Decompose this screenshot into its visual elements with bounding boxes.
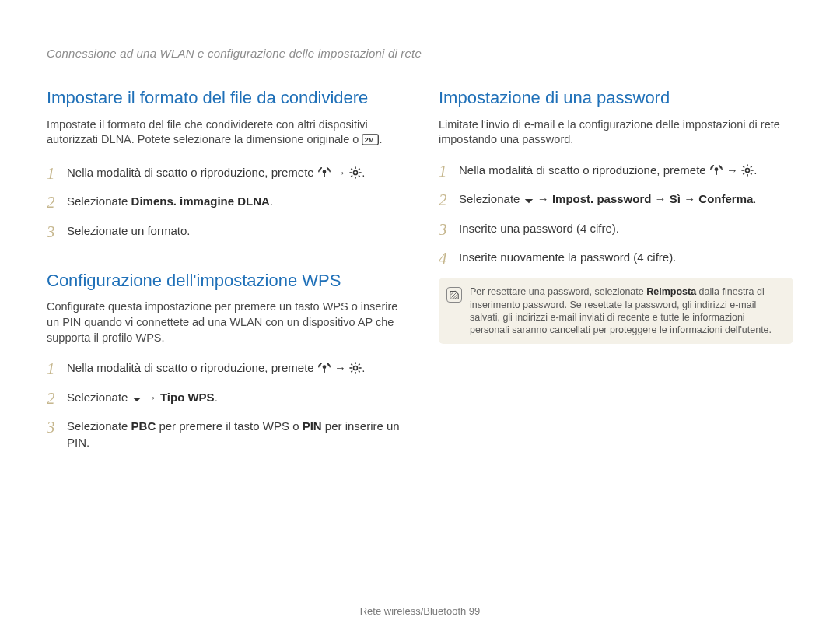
step-text: Inserite una password (4 cifre). bbox=[459, 220, 793, 241]
option-label: PIN bbox=[303, 419, 322, 433]
step-number: 3 bbox=[439, 219, 459, 241]
menu-label: Tipo WPS bbox=[160, 391, 215, 404]
note-icon bbox=[446, 287, 462, 303]
step-number: 2 bbox=[47, 191, 67, 214]
text: Selezionate bbox=[459, 192, 523, 205]
text: . bbox=[362, 166, 365, 179]
page: Connessione ad una WLAN e configurazione… bbox=[0, 0, 840, 634]
chevron-down-icon bbox=[131, 391, 142, 408]
step: 1 Nella modalità di scatto o riproduzion… bbox=[47, 164, 401, 185]
chevron-down-icon bbox=[523, 193, 534, 209]
step-text: Nella modalità di scatto o riproduzione,… bbox=[67, 164, 401, 185]
text: Selezionate bbox=[67, 194, 131, 208]
wifi-icon bbox=[317, 362, 331, 378]
step: 3 Selezionate un formato. bbox=[47, 222, 401, 243]
section-wps: Configurazione dell'impostazione WPS Con… bbox=[47, 270, 401, 450]
text: Nella modalità di scatto o riproduzione,… bbox=[67, 166, 317, 179]
menu-label: Impost. password bbox=[552, 192, 652, 205]
arrow-text: → bbox=[334, 361, 349, 374]
text: Nella modalità di scatto o riproduzione,… bbox=[67, 361, 317, 374]
step-text: Inserite nuovamente la password (4 cifre… bbox=[459, 249, 793, 270]
page-number: 99 bbox=[466, 605, 480, 617]
text: Impostate il formato del file che condiv… bbox=[47, 118, 368, 146]
section-title: Configurazione dell'impostazione WPS bbox=[47, 270, 401, 292]
step: 1 Nella modalità di scatto o riproduzion… bbox=[439, 162, 793, 183]
text: . bbox=[754, 163, 757, 177]
text: . bbox=[362, 361, 365, 374]
step-number: 1 bbox=[47, 358, 67, 380]
text: . bbox=[270, 194, 273, 208]
arrow-text: → bbox=[145, 391, 160, 404]
step-text: Selezionate PBC per premere il tasto WPS… bbox=[67, 418, 401, 450]
menu-label: Reimposta bbox=[646, 286, 696, 297]
wifi-icon bbox=[317, 166, 331, 183]
text: . bbox=[753, 192, 756, 205]
text: per premere il tasto WPS o bbox=[156, 419, 302, 433]
step-number: 3 bbox=[47, 221, 67, 243]
text: . bbox=[379, 133, 382, 145]
note-box: Per resettare una password, selezionate … bbox=[439, 278, 793, 344]
step: 4 Inserite nuovamente la password (4 cif… bbox=[439, 249, 793, 270]
left-column: Impostare il formato del file da condivi… bbox=[47, 87, 401, 477]
step: 2 Selezionate → Impost. password → Sì → … bbox=[439, 191, 793, 212]
breadcrumb: Connessione ad una WLAN e configurazione… bbox=[47, 47, 793, 65]
right-column: Impostazione di una password Limitate l'… bbox=[439, 87, 793, 477]
note-text: Per resettare una password, selezionate … bbox=[470, 285, 784, 336]
gear-icon bbox=[741, 164, 754, 180]
step-text: Selezionate → Tipo WPS. bbox=[67, 389, 401, 410]
section-intro: Impostate il formato del file che condiv… bbox=[47, 117, 401, 150]
step: 2 Selezionate Dimens. immagine DLNA. bbox=[47, 193, 401, 214]
section-file-format: Impostare il formato del file da condivi… bbox=[47, 87, 401, 243]
menu-label: Sì bbox=[670, 192, 681, 205]
section-title: Impostazione di una password bbox=[439, 87, 793, 110]
steps-list: 1 Nella modalità di scatto o riproduzion… bbox=[47, 359, 401, 450]
step-text: Nella modalità di scatto o riproduzione,… bbox=[67, 359, 401, 380]
steps-list: 1 Nella modalità di scatto o riproduzion… bbox=[47, 164, 401, 243]
page-footer: Rete wireless/Bluetooth 99 bbox=[0, 605, 840, 617]
step-text: Selezionate un formato. bbox=[67, 222, 401, 243]
step: 3 Selezionate PBC per premere il tasto W… bbox=[47, 418, 401, 450]
text: Selezionate bbox=[67, 419, 131, 433]
step-text: Selezionate → Impost. password → Sì → Co… bbox=[459, 191, 793, 212]
text: . bbox=[215, 391, 218, 404]
section-intro: Configurate questa impostazione per prem… bbox=[47, 299, 401, 345]
arrow-text: → bbox=[334, 166, 349, 179]
step-number: 3 bbox=[47, 416, 67, 450]
option-label: PBC bbox=[131, 419, 156, 433]
section-title: Impostare il formato del file da condivi… bbox=[47, 87, 401, 110]
step: 3 Inserite una password (4 cifre). bbox=[439, 220, 793, 241]
step-text: Nella modalità di scatto o riproduzione,… bbox=[459, 162, 793, 183]
wifi-icon bbox=[709, 164, 723, 180]
step-number: 2 bbox=[439, 189, 459, 212]
step: 1 Nella modalità di scatto o riproduzion… bbox=[47, 359, 401, 380]
arrow-text: → bbox=[681, 192, 698, 205]
menu-label: Dimens. immagine DLNA bbox=[131, 194, 270, 208]
gear-icon bbox=[349, 166, 362, 183]
content-columns: Impostare il formato del file da condivi… bbox=[47, 87, 793, 477]
step: 2 Selezionate → Tipo WPS. bbox=[47, 389, 401, 410]
step-number: 1 bbox=[47, 163, 67, 185]
section-intro: Limitate l'invio di e-mail e la configur… bbox=[439, 117, 793, 148]
menu-label: Conferma bbox=[698, 192, 753, 205]
arrow-text: → bbox=[651, 192, 669, 205]
gear-icon bbox=[349, 362, 362, 378]
section-password: Impostazione di una password Limitate l'… bbox=[439, 87, 793, 344]
text: Per resettare una password, selezionate bbox=[470, 286, 646, 297]
step-text: Selezionate Dimens. immagine DLNA. bbox=[67, 193, 401, 214]
size-2m-icon bbox=[362, 134, 379, 150]
step-number: 1 bbox=[439, 160, 459, 183]
arrow-text: → bbox=[537, 192, 552, 205]
footer-section: Rete wireless/Bluetooth bbox=[360, 605, 467, 617]
step-number: 2 bbox=[47, 387, 67, 410]
text: Nella modalità di scatto o riproduzione,… bbox=[459, 163, 709, 177]
step-number: 4 bbox=[439, 247, 459, 270]
arrow-text: → bbox=[726, 163, 741, 177]
steps-list: 1 Nella modalità di scatto o riproduzion… bbox=[439, 162, 793, 271]
text: Selezionate bbox=[67, 391, 131, 404]
